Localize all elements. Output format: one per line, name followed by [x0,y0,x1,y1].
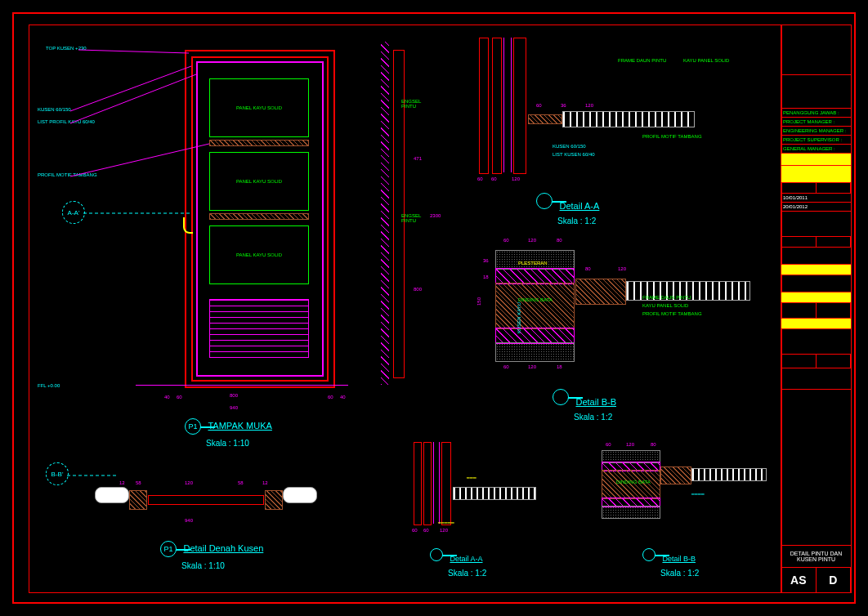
detail-aa-bot-scale: Skala : 1:2 [448,569,486,578]
view-tampak-muka: PANEL KAYU SOLID PANEL KAYU SOLID PANEL … [87,42,348,434]
detail-aa-bot-title: Detail A-A [450,555,482,563]
aa-motif: PROFIL MOTIF TAMBANG [642,134,702,139]
lbl-engsel1: ENGSEL PINTU [401,99,421,109]
tb-role-0: PENANGGUNG JAWAB : [781,109,851,118]
motif-strip-1 [209,140,309,146]
side-section: ENGSEL PINTU ENGSEL PINTU 471 2300 800 [373,42,414,385]
tampak-muka-title-block: P1 TAMPAK MUKA Skala : 1:10 [185,417,272,449]
dim-jamb2-l: 40 [164,395,170,400]
dim-jamb2-r: 40 [340,395,346,400]
tb-sheet-prefix: AS [781,568,817,592]
dim-jamb-l: 60 [177,395,182,400]
detail-aa-top-scale: Skala : 1:2 [557,216,596,225]
section-mark-aa: A-A' [62,201,85,224]
bb-d8: 18 [557,364,562,369]
detail-aa-top-title: Detail A-A [559,201,599,211]
dk-d1: 58 [136,480,141,485]
view-denah-kusen: B-B' 12 58 120 58 12 940 P1 Detail Denah… [46,462,340,585]
tb-date-2: 20/01/2012 [781,203,851,212]
sym-p1: P1 [185,418,201,435]
svg-line-1 [70,66,191,111]
aa-frame-daun: FRAME DAUN PINTU [618,58,666,63]
tb-yellow-2 [781,166,851,183]
dim-p2: 800 [414,287,422,292]
dk-w: 940 [185,518,193,523]
louvre-panel [209,299,309,358]
bb2-dinding: DINDING BATA [616,480,651,484]
aa-d2: 60 [536,103,542,108]
panel-1-label: PANEL KAYU SOLID [236,105,282,110]
section-aa-leader [83,210,190,218]
lbl-engsel2: ENGSEL PINTU [401,213,421,223]
svg-line-3 [70,144,209,176]
panel-3-label: PANEL KAYU SOLID [236,252,282,257]
dk-d0: 12 [119,480,125,485]
detail-aa-top-title-block: Detail A-A Skala : 1:2 [536,193,599,227]
dim-door-w: 800 [230,393,238,398]
aa-d1: 120 [512,176,520,181]
bb-d7: 120 [528,364,536,369]
aa-d0b: 60 [491,176,497,181]
bb-panel: KAYU PANEL SOLID [642,303,688,308]
bb-motif: PROFIL MOTIF TAMBANG [642,311,702,316]
dk-d2: 120 [185,480,193,485]
view-detail-aa-bot: ━━━ ━━━━━ 60 60 120 Detail A-A Skala : 1… [381,442,569,581]
tb-bottom: DETAIL PINTU DAN KUSEN PINTU AS D [781,545,851,592]
svg-line-0 [78,50,189,53]
aa-d5: 120 [585,103,593,108]
detail-bb-bot-title: Detail B-B [662,555,696,563]
denah-kusen-scale: Skala : 1:10 [181,561,225,570]
svg-line-2 [70,74,196,123]
view-detail-bb-top: PLESTERAN DINDING BATA KUSEN KAYU FRAME … [471,234,773,422]
bb-frame: FRAME DAUN PINTU [642,295,691,300]
view-detail-aa-top: FRAME DAUN PINTU KAYU PANEL SOLID KUSEN … [471,38,765,217]
bb-d3: 36 [483,258,489,263]
detail-bb-top-scale: Skala : 1:2 [574,413,612,422]
sym-bb-bot [642,548,655,561]
bb-d5: 80 [585,266,591,271]
dim-jamb-r: 60 [328,395,333,400]
motif-strip-2 [209,213,309,220]
detail-bb-top-title-block: Detail B-B Skala : 1:2 [553,389,616,423]
tb-date-1: 10/01/2011 [781,194,851,203]
dk-d4: 12 [262,480,268,485]
bb-d2: 80 [557,238,562,243]
title-block: PENANGGUNG JAWAB : PROJECT MANAGER : ENG… [781,25,852,593]
section-mark-aa-text: A-A' [68,209,80,216]
aa-kayu-panel: KAYU PANEL SOLID [683,58,729,63]
panel-1: PANEL KAYU SOLID [209,78,309,137]
tampak-muka-scale: Skala : 1:10 [206,439,249,448]
detail-bb-bot-scale: Skala : 1:2 [660,569,699,578]
dk-d3: 58 [238,480,244,485]
sym-aa-top [536,193,553,209]
tb-sheet-code: D [817,568,852,592]
tb-role-3: PROJECT SUPERVISOR : [781,136,851,145]
bb-d0: 60 [503,238,509,243]
tb-sheet: AS D [781,567,851,592]
tb-logo-area [781,25,851,75]
panel-2: PANEL KAYU SOLID [209,152,309,211]
view-detail-bb-bot: DINDING BATA ━━━━ 60 120 80 Detail B-B S… [585,442,773,581]
bb-kusen: KUSEN KAYU [517,302,521,333]
cad-sheet: PANEL KAYU SOLID PANEL KAYU SOLID PANEL … [0,0,868,616]
aa-d3: 36 [561,103,566,108]
sym-p1-denah: P1 [160,541,177,557]
drawing-area: PANEL KAYU SOLID PANEL KAYU SOLID PANEL … [29,25,782,593]
sym-aa-bot [430,548,443,561]
panel-3: PANEL KAYU SOLID [209,225,309,284]
bb-d1: 120 [528,238,536,243]
aa-d0: 60 [477,176,483,181]
tb-role-4: GENERAL MANAGER : [781,145,851,154]
dim-p1: 471 [414,156,422,161]
bb-d6: 60 [503,364,509,369]
aa-kusen: KUSEN 60/150 [553,144,586,149]
bb-d4: 18 [483,275,489,279]
tb-role-2: ENGINEERING MANAGER : [781,127,851,136]
section-mark-bb-text: B-B' [51,471,64,478]
detail-bb-bot-title-block: Detail B-B Skala : 1:2 [642,548,699,579]
denah-kusen-title-block: P1 Detail Denah Kusen Skala : 1:10 [160,540,263,572]
bb-plester: PLESTERAN [518,261,548,266]
bb-dinding: DINDING BATA [518,297,553,302]
tb-yellow-1 [781,154,851,166]
detail-bb-top-title: Detail B-B [575,397,616,407]
